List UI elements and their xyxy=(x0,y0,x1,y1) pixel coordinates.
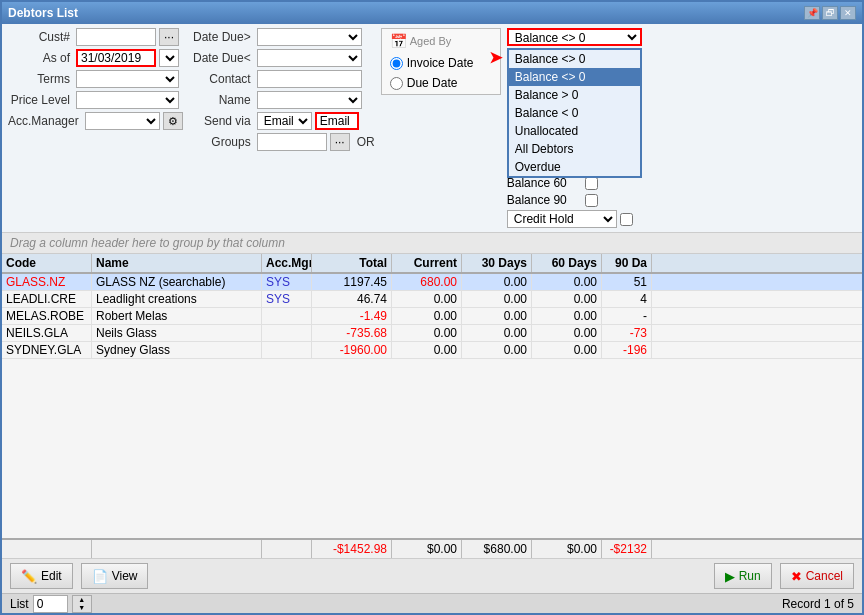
balance-90-checkbox[interactable] xyxy=(585,194,598,207)
dropdown-item-all-debtors[interactable]: All Debtors xyxy=(509,140,640,158)
th-total[interactable]: Total xyxy=(312,254,392,272)
cancel-button[interactable]: ✖ Cancel xyxy=(780,563,854,589)
as-of-row: As of ▼ xyxy=(8,49,183,67)
due-date-radio-row: Due Date xyxy=(390,76,492,90)
spin-up-button[interactable]: ▲ xyxy=(73,596,91,604)
cell-name: Leadlight creations xyxy=(92,291,262,307)
cell-current: 0.00 xyxy=(392,308,462,324)
balance-60-checkbox[interactable] xyxy=(585,177,598,190)
run-icon: ▶ xyxy=(725,569,735,584)
table-row[interactable]: SYDNEY.GLA Sydney Glass -1960.00 0.00 0.… xyxy=(2,342,862,359)
edit-icon: ✏️ xyxy=(21,569,37,584)
cell-name: GLASS NZ (searchable) xyxy=(92,274,262,290)
dropdown-item-balance-neq-0[interactable]: Balance <> 0 xyxy=(509,50,640,68)
price-level-row: Price Level xyxy=(8,91,183,109)
close-button[interactable]: ✕ xyxy=(840,6,856,20)
cell-code: LEADLI.CRE xyxy=(2,291,92,307)
cell-code: GLASS.NZ xyxy=(2,274,92,290)
dropdown-item-unallocated[interactable]: Unallocated xyxy=(509,122,640,140)
name-label: Name xyxy=(189,93,254,107)
run-cancel-buttons: ▶ Run ✖ Cancel xyxy=(714,563,854,589)
cust-input[interactable] xyxy=(76,28,156,46)
restore-button[interactable]: 🗗 xyxy=(822,6,838,20)
list-input[interactable] xyxy=(33,595,68,613)
title-bar-buttons: 📌 🗗 ✕ xyxy=(804,6,856,20)
balance-dropdown-popup: Balance <> 0 Balance <> 0 Balance > 0 Ba… xyxy=(507,48,642,178)
send-via-input[interactable] xyxy=(315,112,359,130)
acc-manager-gear-button[interactable]: ⚙ xyxy=(163,112,183,130)
edit-button[interactable]: ✏️ Edit xyxy=(10,563,73,589)
th-60days[interactable]: 60 Days xyxy=(532,254,602,272)
balance-90-row: Balance 90 xyxy=(507,193,707,207)
cell-mgr xyxy=(262,342,312,358)
action-buttons: ✏️ Edit 📄 View xyxy=(10,563,148,589)
date-due-lt-select[interactable] xyxy=(257,49,362,67)
table-header: Code Name Acc.Mgr Total Current 30 Days … xyxy=(2,254,862,274)
cell-current: 0.00 xyxy=(392,291,462,307)
send-via-select[interactable]: Email xyxy=(257,112,312,130)
cell-30days: 0.00 xyxy=(462,274,532,290)
as-of-input[interactable] xyxy=(76,49,156,67)
table-row[interactable]: GLASS.NZ GLASS NZ (searchable) SYS 1197.… xyxy=(2,274,862,291)
due-date-radio[interactable] xyxy=(390,77,403,90)
dropdown-item-balance-lt-0[interactable]: Balance < 0 xyxy=(509,104,640,122)
invoice-date-radio-row: Invoice Date xyxy=(390,56,492,70)
filter-col-2: Date Due> Date Due< Contact Name Send vi… xyxy=(189,28,375,151)
cell-total: 46.74 xyxy=(312,291,392,307)
th-current[interactable]: Current xyxy=(392,254,462,272)
credit-hold-select[interactable]: Credit Hold xyxy=(507,210,617,228)
th-code[interactable]: Code xyxy=(2,254,92,272)
dropdown-item-balance-gt-0[interactable]: Balance > 0 xyxy=(509,86,640,104)
cust-dots-button[interactable]: ··· xyxy=(159,28,179,46)
title-bar: Debtors List 📌 🗗 ✕ xyxy=(2,2,862,24)
table-row[interactable]: LEADLI.CRE Leadlight creations SYS 46.74… xyxy=(2,291,862,308)
price-level-label: Price Level xyxy=(8,93,73,107)
run-button[interactable]: ▶ Run xyxy=(714,563,772,589)
name-select[interactable] xyxy=(257,91,362,109)
th-mgr[interactable]: Acc.Mgr xyxy=(262,254,312,272)
view-button[interactable]: 📄 View xyxy=(81,563,149,589)
price-level-select[interactable] xyxy=(76,91,179,109)
dropdown-item-overdue[interactable]: Overdue xyxy=(509,158,640,176)
credit-hold-checkbox[interactable] xyxy=(620,213,633,226)
groups-dots-button[interactable]: ··· xyxy=(330,133,350,151)
cell-name: Neils Glass xyxy=(92,325,262,341)
footer-90days: -$2132 xyxy=(602,540,652,558)
dropdown-item-balance-neq-0-selected[interactable]: Balance <> 0 xyxy=(509,68,640,86)
table-row[interactable]: MELAS.ROBE Robert Melas -1.49 0.00 0.00 … xyxy=(2,308,862,325)
th-name[interactable]: Name xyxy=(92,254,262,272)
spin-down-button[interactable]: ▼ xyxy=(73,604,91,612)
invoice-date-label: Invoice Date xyxy=(407,56,474,70)
filter-section: Cust# ··· As of ▼ Terms Price Level Acc.… xyxy=(2,24,862,233)
cell-current: 680.00 xyxy=(392,274,462,290)
th-90days[interactable]: 90 Da xyxy=(602,254,652,272)
red-arrow-indicator: ➤ xyxy=(489,48,502,67)
cell-30days: 0.00 xyxy=(462,291,532,307)
list-control: List ▲ ▼ xyxy=(10,595,92,613)
groups-input[interactable] xyxy=(257,133,327,151)
cell-60days: 0.00 xyxy=(532,308,602,324)
filter-col-3: 📅 Aged By Invoice Date Due Date xyxy=(381,28,501,95)
invoice-date-radio[interactable] xyxy=(390,57,403,70)
cell-90days: 51 xyxy=(602,274,652,290)
footer-30days: $680.00 xyxy=(462,540,532,558)
credit-hold-row: Credit Hold xyxy=(507,210,707,228)
cell-current: 0.00 xyxy=(392,342,462,358)
acc-manager-select[interactable] xyxy=(85,112,160,130)
cell-mgr: SYS xyxy=(262,274,312,290)
footer-name xyxy=(92,540,262,558)
cancel-icon: ✖ xyxy=(791,569,802,584)
balance-dropdown[interactable]: Balance <> 0 Balance > 0 Balance < 0 Una… xyxy=(507,28,642,46)
date-due-gt-select[interactable] xyxy=(257,28,362,46)
pin-button[interactable]: 📌 xyxy=(804,6,820,20)
th-30days[interactable]: 30 Days xyxy=(462,254,532,272)
as-of-select[interactable]: ▼ xyxy=(159,49,179,67)
cell-name: Sydney Glass xyxy=(92,342,262,358)
cell-60days: 0.00 xyxy=(532,274,602,290)
cell-code: NEILS.GLA xyxy=(2,325,92,341)
terms-label: Terms xyxy=(8,72,73,86)
table-row[interactable]: NEILS.GLA Neils Glass -735.68 0.00 0.00 … xyxy=(2,325,862,342)
acc-manager-label: Acc.Manager xyxy=(8,114,82,128)
terms-select[interactable] xyxy=(76,70,179,88)
contact-input[interactable] xyxy=(257,70,362,88)
